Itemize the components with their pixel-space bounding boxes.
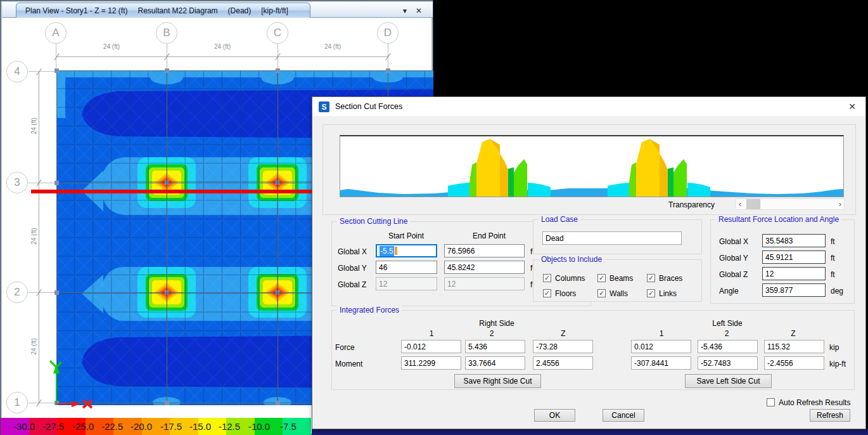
start-x-input[interactable]: -5.5 [376, 244, 437, 257]
joint-node[interactable] [54, 181, 59, 185]
col-header: 2 [479, 329, 504, 338]
beams-checkbox[interactable]: ✓ [597, 274, 606, 282]
moment-right-1: 311.2299 [401, 356, 461, 370]
moment-left-2: -52.7483 [698, 356, 758, 370]
refresh-button[interactable]: Refresh [810, 409, 850, 422]
columns-checkbox[interactable]: ✓ [543, 274, 551, 282]
scroll-right-icon[interactable]: › [839, 200, 841, 209]
scroll-thumb[interactable] [746, 199, 760, 209]
legend-label: -12.5 [215, 421, 244, 432]
grid-bubble-B: B [156, 22, 177, 44]
plan-title-units: [kip-ft/ft] [261, 6, 288, 15]
right-side-header: Right Side [465, 319, 528, 328]
cancel-button[interactable]: Cancel [603, 409, 644, 422]
force-row-label: Force [335, 343, 355, 352]
grid-leader [29, 183, 56, 183]
auto-refresh-checkbox[interactable] [767, 398, 775, 406]
plan-view-tab[interactable]: Plan View - Story1 - Z = 12 (ft) Resulta… [16, 3, 310, 18]
transparency-scrollbar[interactable]: ‹ › [736, 198, 845, 210]
end-point-header: End Point [454, 231, 525, 240]
window-close-icon[interactable]: ✕ [414, 6, 424, 16]
res-x-label: Global X [719, 237, 748, 246]
end-x-input[interactable]: 76.5966 [444, 244, 525, 257]
res-x-value[interactable]: 35.5483 [762, 234, 826, 247]
col-header: Z [551, 329, 576, 338]
moment-unit: kip-ft [829, 360, 846, 368]
grid-bubble-3: 3 [6, 172, 28, 193]
moment-row-label: Moment [335, 360, 362, 368]
save-right-side-cut-button[interactable]: Save Right Side Cut [454, 374, 541, 388]
global-y-label: Global Y [338, 264, 367, 273]
res-y-unit: ft [831, 254, 835, 263]
plan-title-diagram: Resultant M22 Diagram [138, 6, 218, 15]
res-y-value[interactable]: 45.9121 [762, 250, 826, 264]
plan-title-view: Plan View - Story1 - Z = 12 (ft) [25, 6, 128, 15]
section-cut-forces-dialog: S Section Cut Forces ✕ Transparenc [312, 96, 866, 429]
group-label: Objects to Include [539, 255, 604, 264]
group-label: Section Cutting Line [337, 217, 410, 226]
joint-node[interactable] [54, 290, 59, 295]
force-right-2: 5.436 [465, 340, 525, 353]
group-label: Load Case [539, 215, 580, 224]
text-caret [395, 247, 397, 255]
left-side-header: Left Side [696, 319, 759, 328]
section-force-diagram [340, 136, 843, 197]
plan-title-case: (Dead) [228, 6, 252, 15]
joint-node[interactable] [276, 68, 280, 73]
h-dim-label-3: 24 (ft) [314, 43, 352, 50]
floors-checkbox[interactable]: ✓ [543, 289, 551, 297]
links-checkbox[interactable]: ✓ [647, 289, 655, 297]
joint-node[interactable] [165, 68, 169, 73]
legend-label: -22.5 [98, 421, 127, 432]
res-y-label: Global Y [719, 254, 748, 263]
v-dim-label-1: 24 (ft) [30, 107, 37, 145]
force-unit: kip [829, 343, 839, 352]
start-y-input[interactable]: 46 [376, 261, 437, 274]
plan-window-titlebar: Plan View - Story1 - Z = 12 (ft) Resulta… [2, 2, 433, 18]
res-z-unit: ft [831, 270, 835, 279]
res-z-value[interactable]: 12 [762, 267, 826, 280]
legend-label: -10.0 [245, 421, 274, 432]
legend-label: -17.5 [156, 421, 186, 432]
selected-text: -5.5 [380, 246, 394, 256]
v-dim-label-2: 24 (ft) [30, 218, 37, 256]
moment-left-z: -2.4556 [764, 356, 824, 370]
force-right-1: -0.012 [401, 340, 461, 353]
res-x-unit: ft [831, 237, 835, 246]
grid-bubble-4: 4 [6, 61, 28, 82]
braces-label: Braces [659, 274, 682, 283]
group-label: Integrated Forces [337, 306, 402, 315]
window-menu-caret-icon[interactable]: ▾ [400, 6, 410, 16]
save-left-side-cut-button[interactable]: Save Left Side Cut [685, 374, 772, 388]
grid-bubble-1: 1 [6, 392, 28, 413]
walls-checkbox[interactable]: ✓ [597, 289, 606, 297]
angle-value[interactable]: 359.877 [762, 283, 826, 297]
col-header: 2 [714, 329, 739, 338]
walls-label: Walls [610, 289, 628, 298]
joint-node[interactable] [386, 68, 390, 73]
col-header: 1 [419, 329, 444, 338]
force-right-z: -73.28 [533, 340, 593, 353]
ok-button[interactable]: OK [534, 409, 575, 422]
grid-leader [29, 71, 56, 72]
floors-label: Floors [555, 289, 576, 298]
angle-unit: deg [831, 287, 843, 295]
dialog-close-icon[interactable]: ✕ [846, 101, 858, 112]
joint-node[interactable] [165, 401, 169, 405]
legend-label: -30.0 [10, 421, 39, 432]
braces-checkbox[interactable]: ✓ [647, 274, 655, 282]
dialog-title: Section Cut Forces [335, 102, 402, 111]
auto-refresh-label: Auto Refresh Results [779, 398, 850, 407]
load-case-value: Dead [542, 231, 682, 245]
group-label: Resultant Force Location and Angle [716, 215, 841, 224]
grid-bubble-2: 2 [6, 282, 28, 303]
joint-node[interactable] [276, 401, 280, 405]
legend-label: -20.0 [127, 421, 156, 432]
end-z-input: 12 [444, 277, 525, 290]
beams-label: Beams [610, 274, 633, 283]
end-y-input[interactable]: 45.8242 [444, 261, 525, 274]
moment-right-z: 2.4556 [533, 356, 593, 370]
scroll-left-icon[interactable]: ‹ [739, 200, 741, 209]
joint-node[interactable] [54, 68, 59, 73]
col-header: 1 [649, 329, 674, 338]
